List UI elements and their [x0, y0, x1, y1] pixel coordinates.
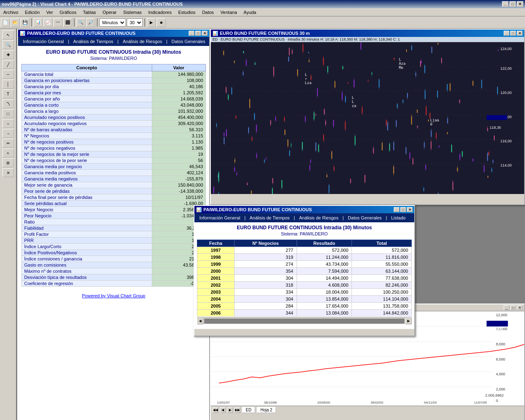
menu-indicadores[interactable]: Indicadores: [147, 9, 173, 16]
minimize-button[interactable]: _: [502, 1, 509, 7]
window1-maximize[interactable]: □: [195, 31, 201, 36]
sidebar-pen[interactable]: ✏: [2, 139, 14, 148]
chart-tab-ed[interactable]: ED: [242, 407, 255, 413]
menu-estudios[interactable]: Estudios: [176, 9, 197, 16]
window3-minimize[interactable]: _: [394, 207, 399, 212]
sidebar-ellipse[interactable]: ○: [2, 119, 14, 128]
window1-buttons[interactable]: _ □ ✕: [189, 31, 208, 36]
row-concepto: Fecha final peor serie de pérdidas: [22, 194, 152, 201]
row-concepto: Nº Negocios: [22, 133, 152, 139]
period-dropdown[interactable]: 30 5 15 60: [127, 18, 143, 27]
chart-tab-hoja2[interactable]: Hoja 2: [257, 407, 276, 413]
data-cell-0: 1998: [197, 254, 235, 261]
svg-text:4,000: 4,000: [496, 372, 505, 376]
toolbar-line[interactable]: 〰: [53, 18, 62, 27]
bottom-close[interactable]: ✕: [517, 305, 523, 310]
tab-analisis-tiempos[interactable]: Análisis de Tiempos: [70, 38, 117, 45]
toolbar-candle[interactable]: ⬛: [63, 18, 72, 27]
sidebar-rect[interactable]: □: [2, 109, 14, 118]
scroll-right[interactable]: ▶: [405, 318, 412, 324]
bottom-chart-buttons[interactable]: _ □ ✕: [504, 305, 523, 310]
window2-minimize[interactable]: _: [504, 31, 509, 36]
toolbar-stop[interactable]: ■: [157, 18, 166, 27]
chart-nav-prev-prev[interactable]: ◀◀: [212, 407, 218, 413]
menu-graficos[interactable]: Gráficos: [58, 9, 78, 16]
title-bar-buttons[interactable]: _ □ ✕: [502, 1, 523, 7]
menu-sistemas[interactable]: Sistemas: [121, 9, 143, 16]
tab3-datos[interactable]: Datos Generales: [345, 215, 385, 221]
tab3-info-general[interactable]: Información General: [196, 215, 244, 221]
window1-minimize[interactable]: _: [189, 31, 194, 36]
window3-close[interactable]: ✕: [407, 207, 413, 212]
menu-ayuda[interactable]: Ayuda: [242, 9, 258, 16]
maximize-button[interactable]: □: [509, 1, 516, 7]
tab-datos-generales[interactable]: Datos Generales: [168, 38, 209, 45]
menu-ver[interactable]: Ver: [45, 9, 55, 16]
menu-operar[interactable]: Operar: [101, 9, 118, 16]
window3-nav-tabs: Información General | Análisis de Tiempo…: [194, 213, 414, 222]
toolbar-zoom-in[interactable]: 🔍: [76, 18, 85, 27]
window1-close[interactable]: ✕: [202, 31, 208, 36]
sidebar-text[interactable]: T: [2, 89, 14, 98]
sidebar-vline[interactable]: │: [2, 80, 14, 89]
toolbar-open[interactable]: 📂: [11, 18, 20, 27]
data-cell-3: 131.758,000: [352, 303, 412, 310]
toolbar-save[interactable]: 💾: [21, 18, 30, 27]
window2-close[interactable]: ✕: [517, 31, 523, 36]
data-cell-1: 344: [234, 310, 297, 317]
sidebar-line[interactable]: ╱: [2, 60, 14, 69]
data-cell-0: 2000: [197, 268, 235, 275]
bottom-minimize[interactable]: _: [504, 305, 509, 310]
menu-edicion[interactable]: Edición: [23, 9, 41, 16]
window3-buttons[interactable]: _ □ ✕: [394, 207, 413, 212]
menu-datos[interactable]: Datos: [201, 9, 216, 16]
row-concepto: Ganancia por día: [22, 84, 152, 90]
chart-nav-prev[interactable]: ◀: [220, 407, 226, 413]
sidebar-cursor[interactable]: ↖: [2, 30, 14, 39]
scroll-track[interactable]: [204, 319, 404, 324]
data-cell-3: 100.250,000: [352, 289, 412, 296]
window-stats: 📊 PAIWILDERO-EURO BUND FUTURE CONTINUOUS…: [17, 29, 210, 420]
chart-nav-next-next[interactable]: ▶▶: [235, 407, 240, 413]
window2-maximize[interactable]: □: [510, 31, 516, 36]
bottom-maximize[interactable]: □: [510, 305, 516, 310]
close-button[interactable]: ✕: [517, 1, 523, 7]
toolbar-new[interactable]: 📄: [1, 18, 10, 27]
menu-archivo[interactable]: Archivo: [2, 9, 20, 16]
toolbar-zoom-out[interactable]: 🔎: [86, 18, 95, 27]
sidebar-fib[interactable]: 〽: [2, 99, 14, 108]
tab3-tiempos[interactable]: Análisis de Tiempos: [247, 215, 293, 221]
toolbar-bar[interactable]: 📈: [43, 18, 52, 27]
window3-maximize[interactable]: □: [400, 207, 406, 212]
row-concepto: Acumulado negocios positivos: [22, 114, 152, 121]
timeframe-dropdown[interactable]: Minutos Horas Días: [99, 18, 126, 27]
tab3-listado[interactable]: Listado: [388, 215, 409, 221]
sidebar-indicator[interactable]: ≈: [2, 148, 14, 158]
horizontal-scrollbar[interactable]: ◀ ▶: [197, 317, 412, 324]
sidebar-delete[interactable]: ✕: [2, 168, 14, 177]
powered-by-link[interactable]: Powered by Visual Chart Group: [21, 293, 206, 298]
sidebar-hline[interactable]: ─: [2, 70, 14, 79]
table-row: Ratio1,02: [22, 219, 206, 225]
row-valor: 402,124: [152, 170, 205, 176]
sidebar-zoom[interactable]: 🔍: [2, 40, 14, 49]
toolbar-play[interactable]: ▶: [147, 18, 156, 27]
menu-tablas[interactable]: Tablas: [81, 9, 98, 16]
row-valor: 108,000: [152, 78, 205, 84]
sidebar-system[interactable]: ⚙: [2, 158, 14, 167]
sidebar-cross[interactable]: ✚: [2, 50, 14, 59]
row-concepto: Nº de negocios negativos: [22, 145, 152, 151]
toolbar-chart[interactable]: 📊: [34, 18, 43, 27]
table-row: Índice Largo/Corto2,368: [22, 244, 206, 250]
scroll-left[interactable]: ◀: [197, 318, 203, 324]
row-concepto: Serie pérdidas actual: [22, 201, 152, 207]
tab3-riesgos[interactable]: Análisis de Riesgos: [296, 215, 342, 221]
menu-ventana[interactable]: Ventana: [219, 9, 238, 16]
chart-nav-next[interactable]: ▶: [227, 407, 233, 413]
window1-title-bar: 📊 PAIWILDERO-EURO BUND FUTURE CONTINUOUS…: [18, 30, 209, 37]
window2-buttons[interactable]: _ □ ✕: [504, 31, 523, 36]
sidebar-arrow[interactable]: →: [2, 129, 14, 138]
tab-analisis-riesgos[interactable]: Análisis de Riesgos: [119, 38, 165, 45]
tab-info-general[interactable]: Información General: [20, 38, 67, 45]
data-cell-0: 2002: [197, 282, 235, 289]
